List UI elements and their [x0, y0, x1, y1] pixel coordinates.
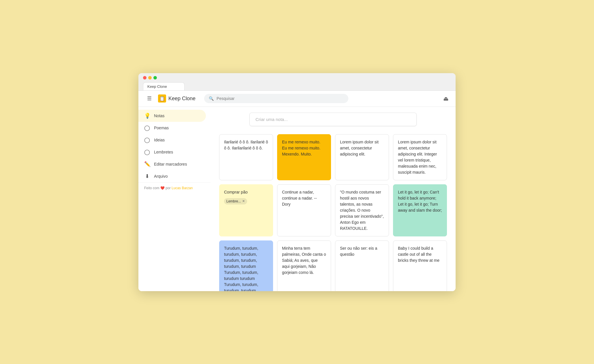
logout-icon: ⏏: [443, 95, 449, 102]
sidebar-item-notas[interactable]: 💡 Notas: [138, 110, 206, 122]
note-card-4[interactable]: Lorem ipsum dolor sit amet, consectetur …: [393, 134, 447, 180]
sidebar-label-poemas: Poemas: [154, 126, 169, 130]
sidebar-item-editar[interactable]: ✏️ Editar marcadores: [138, 158, 206, 170]
note-text-5: Comprar pão: [224, 190, 248, 194]
note-card-2[interactable]: Eu me remexo muito. Eu me remexo muito. …: [277, 134, 331, 180]
note-text-10: Minha terra tem palmeiras, Onde canta o …: [282, 246, 326, 275]
browser-window: Keep Clone ☰ 📋 Keep Clone 🔍 ⏏: [138, 73, 456, 291]
poemas-icon: ◯: [144, 125, 150, 131]
app-title: Keep Clone: [168, 96, 196, 102]
note-card-8[interactable]: Let it go, let it go; Can't hold it back…: [393, 184, 447, 236]
header-left: ☰ 📋 Keep Clone: [144, 93, 196, 104]
app-logo: 📋 Keep Clone: [158, 94, 196, 103]
notes-grid: Ilarilarié ô ô ô. Ilarilarié ô ô ô. Ilar…: [219, 134, 447, 291]
sidebar-label-arquivo: Arquivo: [154, 174, 168, 179]
sidebar-label-ideias: Ideias: [154, 138, 165, 142]
logo-icon: 📋: [158, 94, 166, 103]
sidebar-item-lembretes[interactable]: ◯ Lembretes: [138, 146, 206, 158]
main-content: Criar uma nota... Ilarilarié ô ô ô. Ilar…: [210, 107, 456, 291]
footer-text: Feito com: [144, 186, 160, 190]
note-text-3: Lorem ipsum dolor sit amet, consectetur …: [340, 140, 379, 156]
sidebar-item-arquivo[interactable]: ⬇ Arquivo: [138, 170, 206, 182]
browser-tab-bar: Keep Clone: [143, 82, 451, 90]
sidebar-label-editar: Editar marcadores: [154, 162, 187, 166]
sidebar-label-notas: Notas: [154, 113, 165, 118]
menu-button[interactable]: ☰: [144, 93, 155, 104]
note-card-9[interactable]: Turudum, turudum, turudum, turudum, turu…: [219, 240, 273, 291]
tag-close-5[interactable]: ✕: [242, 199, 245, 204]
footer-heart: ❤️: [160, 186, 165, 190]
logo-symbol: 📋: [159, 96, 165, 101]
note-card-11[interactable]: Ser ou não ser: eis a questão: [335, 240, 389, 291]
browser-chrome: Keep Clone: [138, 73, 456, 91]
sidebar-label-lembretes: Lembretes: [154, 150, 173, 154]
note-text-6: Continue a nadar, continue a nadar. -- D…: [282, 190, 317, 206]
note-card-6[interactable]: Continue a nadar, continue a nadar. -- D…: [277, 184, 331, 236]
footer: Feito com ❤️ por Lucas Barzan: [138, 182, 210, 194]
dot-red[interactable]: [143, 76, 146, 79]
hamburger-icon: ☰: [147, 95, 152, 102]
search-bar[interactable]: 🔍: [204, 94, 348, 103]
dot-green[interactable]: [153, 76, 157, 79]
tag-label-5: Lembre...: [226, 199, 241, 204]
arquivo-icon: ⬇: [144, 173, 150, 179]
create-note-placeholder: Criar uma nota...: [255, 117, 288, 122]
note-text-12: Baby I could build a castle out of all t…: [398, 246, 439, 263]
sidebar-item-poemas[interactable]: ◯ Poemas: [138, 122, 206, 134]
note-text-4: Lorem ipsum dolor sit amet, consectetur …: [398, 140, 437, 175]
dot-yellow[interactable]: [148, 76, 152, 79]
note-text-11: Ser ou não ser: eis a questão: [340, 246, 377, 257]
lembretes-icon: ◯: [144, 149, 150, 155]
note-text-2: Eu me remexo muito. Eu me remexo muito. …: [282, 140, 320, 156]
footer-by: por: [166, 186, 172, 190]
ideias-icon: ◯: [144, 137, 150, 143]
logout-button[interactable]: ⏏: [442, 94, 450, 103]
browser-dots: [143, 76, 451, 79]
note-card-1[interactable]: Ilarilarié ô ô ô. Ilarilarié ô ô ô. Ilar…: [219, 134, 273, 180]
create-note-bar[interactable]: Criar uma nota...: [249, 113, 417, 126]
note-card-5[interactable]: Comprar pão Lembre... ✕: [219, 184, 273, 236]
sidebar-item-ideias[interactable]: ◯ Ideias: [138, 134, 206, 146]
app-header: ☰ 📋 Keep Clone 🔍 ⏏: [138, 91, 456, 107]
footer-author[interactable]: Lucas Barzan: [172, 186, 193, 190]
note-tag-5: Lembre... ✕: [224, 198, 247, 204]
sidebar: 💡 Notas ◯ Poemas ◯ Ideias ◯ Lembretes ✏️…: [138, 107, 210, 291]
note-card-10[interactable]: Minha terra tem palmeiras, Onde canta o …: [277, 240, 331, 291]
note-card-3[interactable]: Lorem ipsum dolor sit amet, consectetur …: [335, 134, 389, 180]
editar-icon: ✏️: [144, 161, 150, 167]
search-input[interactable]: [217, 96, 344, 101]
header-right: ⏏: [442, 94, 450, 103]
notes-icon: 💡: [144, 113, 150, 119]
note-card-7[interactable]: "O mundo costuma ser hostil aos novos ta…: [335, 184, 389, 236]
note-text-8: Let it go, let it go; Can't hold it back…: [398, 190, 442, 213]
browser-tab[interactable]: Keep Clone: [143, 82, 185, 90]
app-layout: 💡 Notas ◯ Poemas ◯ Ideias ◯ Lembretes ✏️…: [138, 107, 456, 291]
note-card-12[interactable]: Baby I could build a castle out of all t…: [393, 240, 447, 291]
note-text-1: Ilarilarié ô ô ô. Ilarilarié ô ô ô. Ilar…: [224, 140, 268, 150]
note-text-7: "O mundo costuma ser hostil aos novos ta…: [340, 190, 384, 231]
note-text-9: Turudum, turudum, turudum, turudum, turu…: [224, 246, 258, 291]
search-icon: 🔍: [209, 96, 214, 101]
